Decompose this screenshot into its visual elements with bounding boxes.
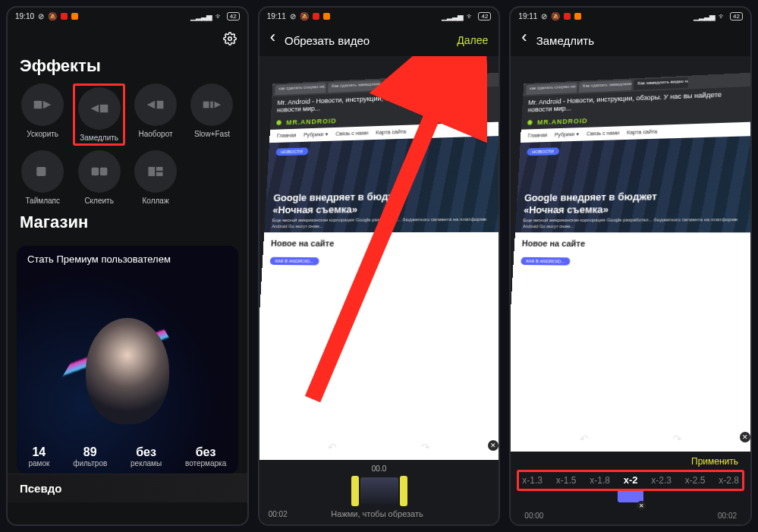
svg-rect-12 [99, 168, 107, 175]
svg-marker-2 [43, 101, 51, 109]
title-bar [8, 24, 247, 53]
undo-icon[interactable]: ↶ [580, 433, 589, 445]
svg-rect-13 [148, 167, 155, 176]
headline2: «Ночная съемка» [524, 203, 749, 216]
segment-remove-icon[interactable]: ✕ [637, 501, 646, 510]
stat-noads: безрекламы [131, 445, 162, 467]
svg-rect-14 [156, 167, 163, 171]
undo-icon[interactable]: ↶ [328, 441, 337, 453]
silent-icon [48, 12, 57, 20]
svg-marker-9 [215, 102, 222, 109]
segment-marker[interactable]: ✕ [514, 489, 747, 512]
news-chip: НОВОСТИ [527, 147, 560, 156]
signal-icon [190, 12, 212, 20]
bottom-tab-pseudo[interactable]: Псевдо [8, 474, 247, 502]
premium-card[interactable]: Стать Премиум пользователем 14рамок 89фи… [17, 246, 238, 474]
close-icon[interactable]: ✕ [740, 432, 750, 442]
redo-icon[interactable]: ↷ [421, 441, 430, 453]
svg-rect-11 [91, 168, 99, 175]
nav-bar: Замедлить [511, 24, 750, 56]
watermark: Efectum [440, 435, 490, 452]
svg-rect-1 [34, 101, 42, 109]
section-effects-title: Эффекты [8, 53, 247, 83]
gear-icon[interactable] [223, 32, 237, 46]
svg-marker-3 [90, 105, 98, 112]
effect-slowdown[interactable]: Замедлить [73, 83, 124, 146]
time-start: 00:00 [524, 512, 543, 520]
premium-stats: 14рамок 89фильтров безрекламы безвотерма… [17, 445, 238, 467]
screen-trim: 19:11 42 Обрезать видео Далее как сделат… [258, 6, 501, 526]
time-label: 00:02 [269, 510, 288, 518]
section-header: Новое на сайте [263, 232, 499, 256]
svg-rect-15 [156, 172, 163, 176]
watermark: Efectum [691, 427, 741, 444]
back-button[interactable] [270, 33, 275, 47]
effect-slowfast[interactable]: Slow+Fast [186, 83, 237, 146]
svg-rect-8 [211, 102, 213, 109]
stat-frames: 14рамок [28, 445, 49, 467]
wifi-icon [467, 12, 474, 20]
browser-tab: Как замедлить видео на А... [634, 77, 689, 90]
svg-marker-5 [147, 101, 155, 109]
redo-icon[interactable]: ↷ [673, 433, 682, 445]
apply-button[interactable]: Применить [691, 456, 738, 467]
preview-content: как сделать слоумо на анд... Как сделать… [259, 72, 499, 460]
time-end: 00:02 [718, 512, 737, 520]
youtube-icon [313, 13, 319, 20]
clip-duration: 00.0 [259, 464, 499, 476]
speed-option[interactable]: x-1.5 [556, 475, 577, 486]
speed-option[interactable]: x-1.3 [522, 475, 543, 486]
effect-collage[interactable]: Коллаж [130, 150, 181, 205]
trim-panel: 00.0 00:02 Нажми, чтобы обрезать [259, 460, 499, 524]
svg-rect-4 [99, 105, 107, 112]
next-button[interactable]: Далее [457, 34, 488, 46]
effect-speedup[interactable]: Ускорить [17, 83, 68, 146]
effects-grid: Ускорить Замедлить Наоборот Slow+Fast Та… [8, 83, 247, 209]
premium-text: Стать Премиум пользователем [27, 253, 171, 265]
trim-handle-left[interactable] [351, 476, 359, 506]
silent-icon [300, 12, 309, 20]
category-chip: КАК В ANDROID... [521, 257, 571, 266]
speed-option[interactable]: x-1.8 [590, 475, 610, 486]
trim-handle-right[interactable] [400, 476, 407, 506]
page-title: Обрезать видео [285, 34, 448, 47]
play-button[interactable] [375, 440, 383, 454]
svg-rect-10 [36, 167, 46, 176]
speed-option[interactable]: x-2.8 [719, 475, 739, 486]
wifi-icon [719, 12, 726, 20]
youtube-icon [61, 13, 68, 20]
nav-bar: Обрезать видео Далее [259, 24, 499, 56]
app-icon [574, 13, 581, 20]
speed-option[interactable]: x-2.5 [685, 475, 706, 486]
stat-nowatermark: безвотермарка [185, 445, 226, 467]
browser-tab: Как сделать замедленное в... [328, 80, 381, 93]
speed-option[interactable]: x-2.3 [651, 475, 672, 486]
svg-rect-7 [203, 102, 209, 109]
svg-rect-6 [157, 101, 164, 109]
youtube-icon [564, 13, 571, 20]
status-time: 19:10 [15, 12, 34, 20]
battery-indicator: 42 [478, 12, 491, 20]
category-chip: КАК В ANDROID... [269, 257, 319, 266]
speed-options[interactable]: x-1.3 x-1.5 x-1.8 x-2 x-2.3 x-2.5 x-2.8 [514, 471, 747, 489]
effect-timelapse[interactable]: Таймлапс [17, 150, 68, 205]
headline2: «Ночная съемка» [272, 202, 498, 216]
section-header: Новое на сайте [514, 232, 750, 256]
browser-tab: как сделать слоумо на анд... [526, 83, 577, 95]
site-hero: НОВОСТИ Google внедряет в бюджет «Ночная… [515, 136, 750, 232]
effect-join[interactable]: Склеить [73, 150, 124, 205]
section-store-title: Магазин [8, 209, 247, 240]
timeline-thumb[interactable] [360, 477, 398, 505]
hero-sub: Еще весной американская корпорация Googl… [523, 216, 749, 229]
play-button[interactable] [627, 432, 635, 445]
headline: Google внедряет в бюджет [524, 189, 749, 203]
headline: Google внедряет в бюджет [273, 189, 498, 203]
back-button[interactable] [521, 33, 527, 47]
status-time: 19:11 [267, 12, 286, 20]
browser-tab: как сделать слоумо на анд... [275, 83, 326, 95]
trim-rail[interactable] [259, 476, 499, 506]
effect-reverse[interactable]: Наоборот [130, 83, 181, 146]
speed-option-selected[interactable]: x-2 [624, 474, 638, 486]
stat-filters: 89фильтров [73, 445, 107, 467]
screen-slowdown: 19:11 42 Замедлить как сделать слоумо на… [509, 6, 752, 526]
